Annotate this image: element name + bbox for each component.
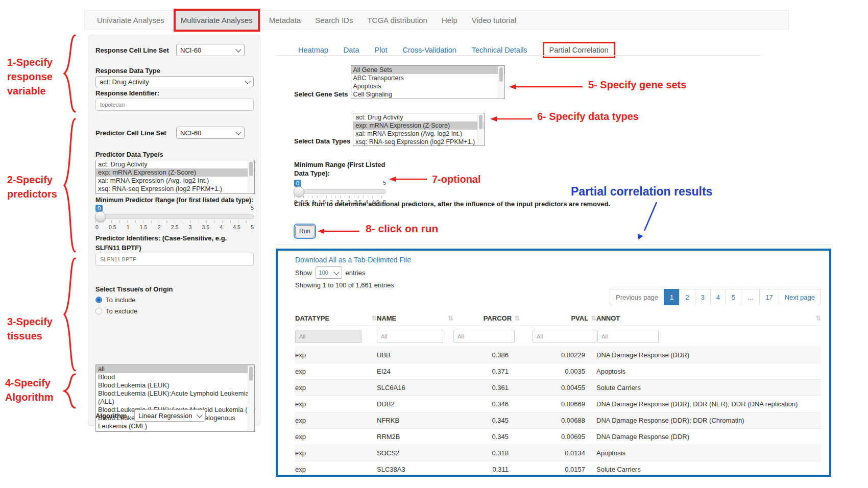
scrollbar[interactable] (498, 66, 504, 98)
listbox-option-selected[interactable]: exp: mRNA Expression (Z-Score) (353, 121, 484, 130)
to-include-option[interactable]: To include (95, 296, 136, 304)
response-data-type-select[interactable]: act: Drug Activity (95, 76, 254, 87)
listbox-option[interactable]: Blood:Leukemia (LEUK):Acute Lymphoid Leu… (96, 389, 254, 406)
showing-entries-text: Showing 1 to 100 of 1,661 entries (295, 281, 394, 289)
page-button-5[interactable]: 5 (726, 289, 741, 305)
nav-help[interactable]: Help (435, 16, 465, 25)
arrow-to-results (632, 200, 661, 243)
sort-icon[interactable]: ⇅ (448, 314, 453, 322)
predictor-data-types-label: Predictor Data Type/s (95, 151, 163, 158)
cell-name: DDB2 (377, 400, 453, 408)
filter-input-pval[interactable] (533, 330, 596, 343)
slider-track[interactable] (95, 214, 254, 219)
scrollbar-thumb[interactable] (249, 162, 253, 176)
header-label: NAME (377, 314, 396, 322)
tab-technical-details[interactable]: Technical Details (472, 46, 527, 54)
column-header-parcor[interactable]: PARCOR⇅ (453, 314, 520, 322)
scrollbar-thumb[interactable] (499, 67, 503, 82)
listbox-option[interactable]: act: Drug Activity (96, 160, 254, 168)
predictor-cell-line-set-select[interactable]: NCI-60 (176, 127, 245, 139)
chevron-down-icon (235, 129, 241, 135)
slider-handle[interactable] (95, 211, 106, 222)
nav-multivariate-analyses[interactable]: Multivariate Analyses (174, 9, 260, 32)
sort-icon[interactable]: ⇅ (591, 314, 596, 322)
tick-label: 0 (95, 224, 99, 230)
download-link[interactable]: Download All as a Tab-Delimited File (295, 256, 411, 264)
listbox-option[interactable]: act: Drug Activity (353, 113, 484, 121)
filter-input-datatype[interactable] (295, 330, 361, 343)
page-button-3[interactable]: 3 (695, 289, 711, 305)
to-exclude-radio[interactable] (95, 308, 102, 314)
tab-cross-validation[interactable]: Cross-Validation (402, 46, 456, 54)
nav-search-ids[interactable]: Search IDs (308, 16, 360, 25)
listbox-option[interactable]: xsq: RNA-seq Expression (log2 FPKM+1.) (353, 138, 484, 146)
data-types-listbox[interactable]: act: Drug Activity exp: mRNA Expression … (353, 113, 485, 146)
annotation-specify-response: 1-Specify response variable (7, 55, 53, 98)
listbox-option[interactable]: xsq: RNA-seq Expression (log2 FPKM+1.) (96, 185, 254, 193)
predictor-data-types-listbox[interactable]: act: Drug Activity exp: mRNA Expression … (95, 160, 255, 194)
page-button-2[interactable]: 2 (679, 289, 695, 305)
algorithm-select[interactable]: Linear Regression (134, 409, 206, 422)
min-range-label: Minimum Range (First Listed Data Type): (294, 160, 385, 178)
sort-icon[interactable]: ⇅ (371, 314, 377, 322)
sort-icon[interactable]: ⇅ (815, 314, 821, 322)
tab-plot[interactable]: Plot (374, 46, 387, 54)
cell-parcor: 0.386 (453, 351, 520, 359)
tab-partial-correlation[interactable]: Partial Correlation (543, 42, 615, 58)
page-button-4[interactable]: 4 (710, 289, 726, 305)
nav-tcga-distribution[interactable]: TCGA distribution (360, 16, 435, 25)
brace-tissues-section (61, 257, 79, 372)
slider-handle[interactable] (294, 186, 304, 197)
scrollbar[interactable] (248, 161, 254, 193)
scrollbar[interactable] (477, 114, 484, 145)
nav-video-tutorial[interactable]: Video tutorial (465, 16, 523, 25)
scrollbar[interactable] (248, 365, 254, 431)
listbox-option[interactable]: xai: mRNA Expression (Avg. log2 Int.) (96, 177, 254, 185)
listbox-option-selected[interactable]: all (96, 365, 254, 373)
tab-data[interactable]: Data (344, 46, 359, 54)
tab-heatmap[interactable]: Heatmap (298, 46, 328, 54)
table-row: exp NFRKB 0.345 0.00688 DNA Damage Respo… (295, 412, 821, 428)
listbox-option[interactable]: xai: mRNA Expression (Avg. log2 Int.) (353, 130, 484, 138)
scrollbar-thumb[interactable] (249, 367, 253, 381)
response-identifier-input[interactable] (95, 99, 254, 111)
cell-annot: DNA Damage Response (DDR); DDR (NER); DD… (596, 400, 821, 408)
listbox-option[interactable]: Apoptosis (351, 82, 504, 90)
listbox-option[interactable]: Blood (96, 373, 254, 381)
listbox-option[interactable]: Cell Signaling (351, 90, 504, 99)
cell-name: UBB (377, 351, 453, 359)
filter-input-annot[interactable] (597, 330, 659, 343)
table-row: exp SOCS2 0.318 0.0134 Apoptosis (295, 445, 821, 461)
column-header-datatype[interactable]: DATATYPE⇅ (295, 314, 377, 322)
next-page-button[interactable]: Next page (779, 289, 821, 305)
run-button[interactable]: Run (295, 225, 315, 237)
listbox-option[interactable]: ABC Transporters (351, 74, 504, 82)
response-cell-line-set-select[interactable]: NCI-60 (176, 44, 245, 56)
arrow-to-data-types (489, 115, 533, 123)
chevron-down-icon (333, 269, 339, 275)
to-include-radio[interactable] (95, 297, 102, 303)
slider-track[interactable] (294, 189, 386, 194)
filter-input-parcor[interactable] (453, 330, 515, 343)
page-button-17[interactable]: 17 (759, 289, 779, 305)
nav-metadata[interactable]: Metadata (262, 16, 308, 25)
page-length-select[interactable]: 100 (316, 266, 342, 279)
predictor-identifiers-input[interactable] (95, 253, 254, 266)
column-header-annot[interactable]: ANNOT⇅ (596, 314, 821, 322)
listbox-option-selected[interactable]: exp: mRNA Expression (Z-Score) (96, 168, 254, 177)
gene-sets-listbox[interactable]: All Gene Sets ABC Transporters Apoptosis… (351, 65, 505, 99)
tissue-listbox[interactable]: all Blood Blood:Leukemia (LEUK) Blood:Le… (95, 364, 255, 432)
scrollbar-thumb[interactable] (479, 115, 483, 129)
to-exclude-option[interactable]: To exclude (95, 307, 137, 315)
filter-input-name[interactable] (377, 330, 443, 343)
cell-pval: 0.00688 (520, 417, 596, 424)
nav-univariate-analyses[interactable]: Univariate Analyses (90, 16, 172, 25)
column-header-name[interactable]: NAME⇅ (377, 314, 453, 322)
previous-page-button[interactable]: Previous page (610, 289, 664, 305)
page-button-1[interactable]: 1 (664, 289, 680, 305)
min-predictor-range-slider[interactable]: 0 5 00.511.522.533.544.55 (95, 205, 254, 230)
listbox-option[interactable]: Blood:Leukemia (LEUK) (96, 381, 254, 389)
column-header-pval[interactable]: PVAL⇅ (520, 314, 596, 322)
sort-icon[interactable]: ⇅ (514, 314, 520, 322)
listbox-option-selected[interactable]: All Gene Sets (351, 66, 504, 74)
